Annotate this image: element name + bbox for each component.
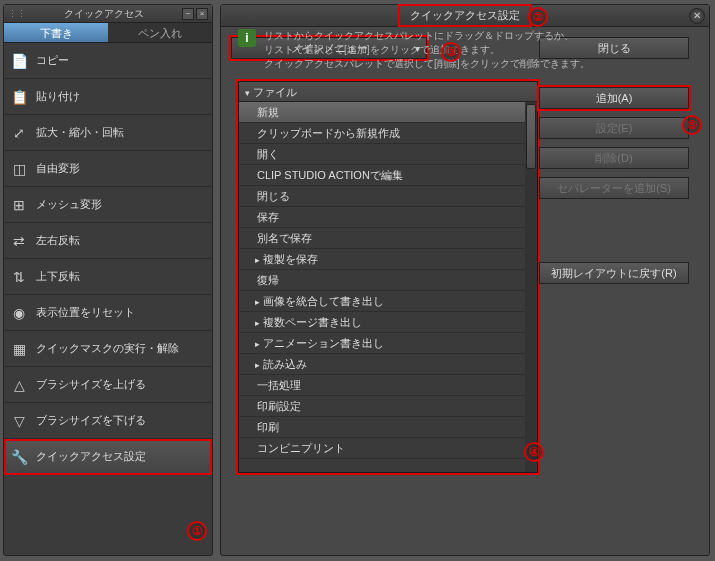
scrollbar-thumb[interactable] (526, 104, 536, 169)
panel-title: クイックアクセス (26, 7, 182, 21)
tree-item[interactable]: コンビニプリント (239, 438, 537, 459)
qa-item-icon: ⇄ (10, 232, 28, 250)
qa-item-label: 上下反転 (36, 269, 80, 284)
qa-item[interactable]: ◉表示位置をリセット (4, 295, 212, 331)
qa-item-label: クイックアクセス設定 (36, 449, 146, 464)
hint-row: i リストからクイックアクセスパレットにドラッグ＆ドロップするか、 リストで選択… (238, 29, 698, 71)
tree-item[interactable]: 印刷設定 (239, 396, 537, 417)
command-tree: ファイル 新規クリップボードから新規作成開くCLIP STUDIO ACTION… (238, 81, 538, 473)
qa-item-icon: ◉ (10, 304, 28, 322)
tree-item[interactable]: 画像を統合して書き出し (239, 291, 537, 312)
add-button[interactable]: 追加(A) (539, 87, 689, 109)
qa-item[interactable]: 🔧クイックアクセス設定 (4, 439, 212, 475)
qa-item[interactable]: ⊞メッシュ変形 (4, 187, 212, 223)
qa-item-label: コピー (36, 53, 69, 68)
qa-item-label: クイックマスクの実行・解除 (36, 341, 179, 356)
settings-button: 設定(E) (539, 117, 689, 139)
qa-item-label: 拡大・縮小・回転 (36, 125, 124, 140)
qa-item-icon: ⊞ (10, 196, 28, 214)
reset-layout-button[interactable]: 初期レイアウトに戻す(R) (539, 262, 689, 284)
dialog-body: メインメニュー 閉じる ファイル 新規クリップボードから新規作成開くCLIP S… (221, 27, 709, 81)
qa-item[interactable]: 📋貼り付け (4, 79, 212, 115)
tab-bar: 下書き ペン入れ (4, 23, 212, 43)
qa-item[interactable]: ⤢拡大・縮小・回転 (4, 115, 212, 151)
qa-item-label: 表示位置をリセット (36, 305, 135, 320)
delete-button: 削除(D) (539, 147, 689, 169)
dialog-header: クイックアクセス設定 ✕ (221, 5, 709, 27)
tree-item[interactable]: 印刷 (239, 417, 537, 438)
qa-item[interactable]: ▽ブラシサイズを下げる (4, 403, 212, 439)
tree-item[interactable]: 複製を保存 (239, 249, 537, 270)
qa-item-icon: ◫ (10, 160, 28, 178)
tree-item[interactable]: 別名で保存 (239, 228, 537, 249)
tree-item[interactable]: 閉じる (239, 186, 537, 207)
qa-item-label: 自由変形 (36, 161, 80, 176)
tree-item[interactable]: 開く (239, 144, 537, 165)
tree-group-header[interactable]: ファイル (239, 82, 537, 102)
qa-item[interactable]: ⇄左右反転 (4, 223, 212, 259)
qa-item-icon: ▦ (10, 340, 28, 358)
minimize-icon[interactable]: − (182, 8, 194, 20)
tree-item[interactable]: クリップボードから新規作成 (239, 123, 537, 144)
qa-item-icon: △ (10, 376, 28, 394)
qa-item[interactable]: ⇅上下反転 (4, 259, 212, 295)
hint-text: リストからクイックアクセスパレットにドラッグ＆ドロップするか、 リストで選択して… (264, 29, 590, 71)
close-icon[interactable]: ✕ (689, 8, 705, 24)
qa-item-icon: ⇅ (10, 268, 28, 286)
tree-item[interactable]: 一括処理 (239, 375, 537, 396)
quick-access-list: 📄コピー📋貼り付け⤢拡大・縮小・回転◫自由変形⊞メッシュ変形⇄左右反転⇅上下反転… (4, 43, 212, 475)
qa-item-icon: 🔧 (10, 448, 28, 466)
qa-item-label: ブラシサイズを下げる (36, 413, 146, 428)
qa-item[interactable]: 📄コピー (4, 43, 212, 79)
qa-item-icon: 📄 (10, 52, 28, 70)
tree-item[interactable]: 新規 (239, 102, 537, 123)
panel-header: ⋮⋮ クイックアクセス − × (4, 5, 212, 23)
quick-access-panel: ⋮⋮ クイックアクセス − × 下書き ペン入れ 📄コピー📋貼り付け⤢拡大・縮小… (3, 4, 213, 556)
tree-item[interactable]: アニメーション書き出し (239, 333, 537, 354)
quick-access-settings-dialog: クイックアクセス設定 ✕ メインメニュー 閉じる ファイル 新規クリップボードか… (220, 4, 710, 556)
tree-item[interactable]: 読み込み (239, 354, 537, 375)
close-icon[interactable]: × (196, 8, 208, 20)
qa-item-label: メッシュ変形 (36, 197, 102, 212)
dialog-title: クイックアクセス設定 (400, 6, 530, 25)
qa-item[interactable]: △ブラシサイズを上げる (4, 367, 212, 403)
tab-draft[interactable]: 下書き (4, 23, 108, 43)
qa-item-icon: ⤢ (10, 124, 28, 142)
tree-item[interactable]: 保存 (239, 207, 537, 228)
scrollbar[interactable] (525, 102, 537, 472)
tree-item[interactable]: CLIP STUDIO ACTIONで編集 (239, 165, 537, 186)
qa-item-icon: 📋 (10, 88, 28, 106)
tree-item[interactable]: 複数ページ書き出し (239, 312, 537, 333)
info-icon: i (238, 29, 256, 47)
window-buttons: − × (182, 8, 208, 20)
tree-items: 新規クリップボードから新規作成開くCLIP STUDIO ACTIONで編集閉じ… (239, 102, 537, 459)
qa-item-label: 貼り付け (36, 89, 80, 104)
add-separator-button: セパレーターを追加(S) (539, 177, 689, 199)
grip-icon: ⋮⋮ (8, 9, 26, 19)
qa-item-label: ブラシサイズを上げる (36, 377, 146, 392)
qa-item[interactable]: ▦クイックマスクの実行・解除 (4, 331, 212, 367)
qa-item-icon: ▽ (10, 412, 28, 430)
qa-item[interactable]: ◫自由変形 (4, 151, 212, 187)
tree-item[interactable]: 復帰 (239, 270, 537, 291)
action-buttons: 追加(A) 設定(E) 削除(D) セパレーターを追加(S) (539, 87, 689, 199)
qa-item-label: 左右反転 (36, 233, 80, 248)
tab-ink[interactable]: ペン入れ (108, 23, 212, 43)
